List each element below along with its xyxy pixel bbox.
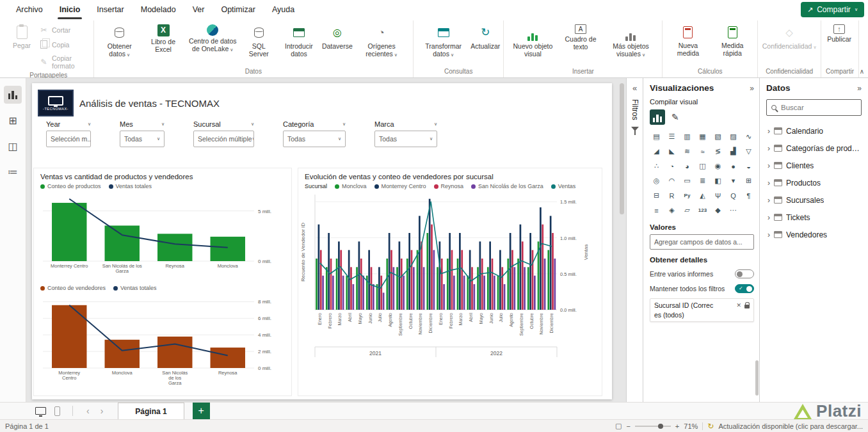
menu-insertar[interactable]: Insertar xyxy=(88,0,132,19)
nuevo-objeto-visual-button[interactable]: Nuevo objeto visual xyxy=(507,22,558,60)
slicer-header[interactable]: Year∨ xyxy=(46,120,91,128)
visual-type-power-apps-icon[interactable]: ▱ xyxy=(680,204,694,217)
cross-report-toggle[interactable] xyxy=(735,269,754,278)
table-item-productos[interactable]: ›Productos xyxy=(766,174,862,191)
table-item-clientes[interactable]: ›Clientes xyxy=(766,157,862,174)
build-visual-icon[interactable] xyxy=(650,109,665,125)
mas-objetos-visuales-button[interactable]: Más objetos visuales∨ xyxy=(602,22,659,60)
visual-type-100-stacked-column-icon[interactable]: ▨ xyxy=(727,130,740,143)
vendedores-combo-chart[interactable]: 0 mill.2 mill.4 mill.6 mill.8 mill.Monte… xyxy=(34,292,285,388)
publicar-button[interactable]: ↑Publicar xyxy=(824,22,854,45)
slicer-header[interactable]: Sucursal∨ xyxy=(193,120,254,128)
visual-type-funnel-icon[interactable]: ▽ xyxy=(742,145,755,158)
evolucion-chart[interactable]: 0.0 mill.0.5 mill.1.0 mill.1.5 mill.Ener… xyxy=(298,191,591,364)
visual-type-shape-map-icon[interactable]: ◒ xyxy=(742,159,755,173)
update-available-text[interactable]: Actualización disponible (clic para desc… xyxy=(718,422,863,430)
zoom-out-icon[interactable]: − xyxy=(626,422,630,430)
introducir-datos-button[interactable]: Introducir datos xyxy=(277,22,321,60)
dataverse-button[interactable]: ◎Dataverse xyxy=(322,22,353,52)
slicer-dropdown[interactable]: Selección múltiple∨ xyxy=(193,131,254,147)
centro-de-datos-de-onelake-button[interactable]: Centro de datos de OneLake∨ xyxy=(184,22,241,54)
visual-type-arcgis-icon[interactable]: ◈ xyxy=(665,204,679,217)
medida-rapida-button[interactable]: Medida rápida xyxy=(711,22,754,59)
data-view-icon[interactable]: ⊞ xyxy=(4,111,22,129)
visual-type-qa-icon[interactable]: Q xyxy=(727,189,740,202)
visual-type-line-clustered-column-icon[interactable]: ≈ xyxy=(696,145,709,158)
visual-type-stacked-column-icon[interactable]: ▥ xyxy=(680,130,694,143)
new-page-button[interactable]: + xyxy=(193,403,210,420)
cuadro-de-texto-button[interactable]: ACuadro de texto xyxy=(559,22,602,52)
visual-type-waterfall-icon[interactable]: ▟ xyxy=(727,145,740,158)
collapse-visualizations-icon[interactable]: » xyxy=(750,84,754,93)
fit-to-page-icon[interactable]: ▢ xyxy=(615,422,622,430)
pegar-button[interactable]: Pegar xyxy=(7,22,36,51)
visual-type-metrics-icon[interactable]: 123 xyxy=(696,204,709,217)
zoom-slider-knob[interactable] xyxy=(658,424,663,429)
visual-type-slicer-icon[interactable]: ▾ xyxy=(727,174,740,188)
visual-type-filled-map-icon[interactable]: ● xyxy=(727,159,740,173)
visual-type-clustered-bar-icon[interactable]: ☰ xyxy=(665,130,679,143)
menu-ayuda[interactable]: Ayuda xyxy=(264,0,303,19)
table-item-categorias-de-product[interactable]: ›Categorías de product... xyxy=(766,140,862,157)
menu-optimizar[interactable]: Optimizar xyxy=(213,0,263,19)
productos-combo-chart[interactable]: 0 mill.5 mill.Monterrey CentroSan Nicolá… xyxy=(34,191,285,282)
expand-filters-icon[interactable]: « xyxy=(632,83,637,93)
visual-type-card-icon[interactable]: ▭ xyxy=(680,174,694,188)
visual-type-stacked-area-icon[interactable]: ◣ xyxy=(665,145,679,158)
menu-inicio[interactable]: Inicio xyxy=(51,0,89,19)
dax-query-view-icon[interactable]: ≔ xyxy=(4,163,22,180)
prev-page-icon[interactable]: ‹ xyxy=(85,406,91,416)
obtener-datos-button[interactable]: Obtener datos∨ xyxy=(97,22,142,60)
search-input[interactable] xyxy=(781,104,856,111)
visual-type-treemap-icon[interactable]: ◫ xyxy=(696,159,709,173)
copia-button[interactable]: Copia xyxy=(37,38,90,51)
visual-type-python-icon[interactable]: Py xyxy=(680,189,694,202)
slicer-header[interactable]: Marca∨ xyxy=(374,120,437,128)
next-page-icon[interactable]: › xyxy=(99,406,105,416)
origenes-recientes-button[interactable]: ◔Orígenes recientes∨ xyxy=(353,22,410,60)
remove-field-icon[interactable]: ✕ xyxy=(736,302,741,308)
visual-type-pie-icon[interactable]: ◔ xyxy=(665,159,679,173)
visual-ventas-vs-cantidad[interactable]: Ventas vs cantidad de productos y vended… xyxy=(33,168,292,396)
menu-ver[interactable]: Ver xyxy=(184,0,213,19)
collapse-data-icon[interactable]: » xyxy=(857,84,862,93)
visual-type-line-stacked-column-icon[interactable]: ≋ xyxy=(680,145,694,158)
collapse-ribbon-icon[interactable]: ∧ xyxy=(860,68,864,75)
table-item-calendario[interactable]: ›Calendario xyxy=(766,122,862,140)
visual-type-kpi-icon[interactable]: ◧ xyxy=(711,174,725,188)
canvas-scrollbar[interactable] xyxy=(619,83,625,399)
visual-type-area-icon[interactable]: ◢ xyxy=(650,145,663,158)
desktop-view-icon[interactable] xyxy=(35,407,46,415)
format-visual-icon[interactable]: ✎ xyxy=(671,112,679,122)
menu-archivo[interactable]: Archivo xyxy=(8,0,51,19)
visual-type-ribbon-icon[interactable]: ≶ xyxy=(711,145,725,158)
report-view-icon[interactable] xyxy=(4,86,22,104)
visual-type-key-influencers-icon[interactable]: ◭ xyxy=(696,189,709,202)
visual-type-goals-icon[interactable]: ◆ xyxy=(711,204,725,217)
build-visual-tab-label[interactable]: Compilar visual xyxy=(650,98,754,106)
visual-type-clustered-column-icon[interactable]: ▦ xyxy=(696,130,709,143)
slicer-dropdown[interactable]: Todas∨ xyxy=(283,131,346,147)
visual-type-map-icon[interactable]: ◉ xyxy=(711,159,725,173)
scrollbar-thumb[interactable] xyxy=(620,83,624,214)
share-button[interactable]: ↗ Compartir ∨ xyxy=(801,2,864,17)
visual-type-stacked-bar-icon[interactable]: ▤ xyxy=(650,130,663,143)
zoom-slider[interactable] xyxy=(635,426,671,427)
visual-type-donut-icon[interactable]: ◕ xyxy=(680,159,694,173)
copiar-formato-button[interactable]: ✎Copiar formato xyxy=(37,54,90,70)
zoom-in-icon[interactable]: + xyxy=(675,422,679,430)
slicer-dropdown[interactable]: Selección m...∨ xyxy=(46,131,91,147)
visual-evolucion-ventas[interactable]: Evolución de ventas y conteo de vendedor… xyxy=(298,168,602,396)
slicer-header[interactable]: Categoría∨ xyxy=(283,120,346,128)
slicer-dropdown[interactable]: Todas∨ xyxy=(120,131,165,147)
actualizar-button[interactable]: ↻Actualizar xyxy=(470,22,500,52)
visual-type-100-stacked-bar-icon[interactable]: ▧ xyxy=(711,130,725,143)
visual-type-azure-map-icon[interactable]: ◎ xyxy=(650,174,663,188)
add-data-fields-well[interactable]: Agregar campos de datos a... xyxy=(650,234,754,250)
visual-type-multirow-card-icon[interactable]: ≣ xyxy=(696,174,709,188)
visual-type-smart-narrative-icon[interactable]: ¶ xyxy=(742,189,755,202)
visual-type-table-icon[interactable]: ⊞ xyxy=(742,174,755,188)
mobile-view-icon[interactable] xyxy=(54,406,60,416)
visual-type-paginated-report-icon[interactable]: ≡ xyxy=(650,204,663,217)
visual-type-more-visuals-icon[interactable]: ⋯ xyxy=(727,204,740,217)
